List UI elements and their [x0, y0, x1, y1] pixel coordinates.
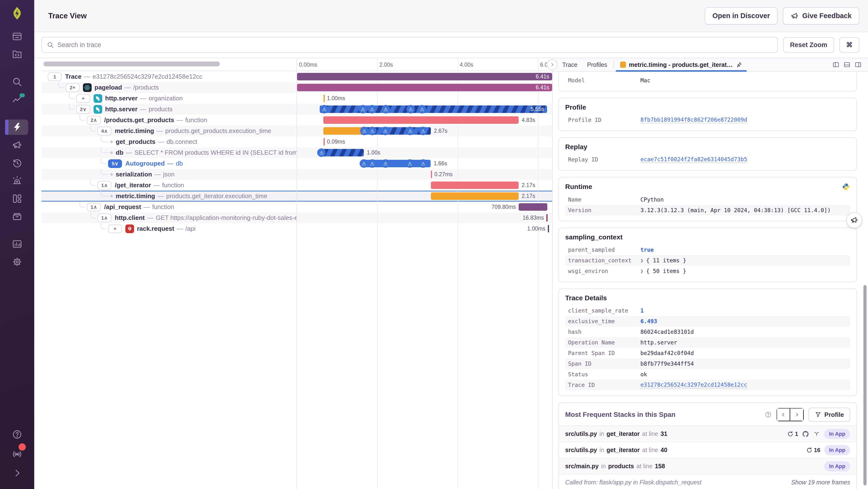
stack-frame-row[interactable]: src/main.pyinproductsat line158In App — [559, 458, 857, 474]
next-stack-button[interactable] — [790, 408, 804, 421]
sidebar-item-explore[interactable] — [6, 74, 28, 90]
span-bar[interactable]: ⚠⚠⚠⚠⚠ — [361, 160, 431, 167]
warning-icon[interactable]: ⚠ — [381, 105, 390, 113]
span-bar[interactable]: ⚠ — [320, 149, 364, 156]
sentry-logo[interactable] — [10, 6, 24, 20]
span-row[interactable]: 1Trace—e31278c256524c3297e2cd12458e12cc6… — [41, 71, 552, 82]
span-row-track[interactable]: 16.83ms — [297, 212, 552, 223]
span-bar[interactable]: ⚠⚠⚠⚠⚠ — [323, 127, 431, 135]
span-row-track[interactable]: 0.09ms — [297, 136, 552, 147]
panel-right-icon[interactable] — [855, 61, 862, 68]
span-row-track[interactable]: 2.17s — [297, 191, 552, 202]
span-instant-tick[interactable] — [548, 225, 549, 232]
span-bar[interactable] — [323, 116, 519, 124]
span-row-track[interactable]: 2.17s — [297, 180, 552, 191]
span-children-badge[interactable]: 1 — [48, 73, 62, 81]
warning-icon[interactable]: ⚠ — [406, 105, 415, 113]
github-icon[interactable] — [802, 430, 809, 438]
span-instant-tick[interactable] — [546, 214, 548, 222]
span-row-track[interactable]: ⚠1.00s — [297, 147, 552, 158]
span-instant-tick[interactable] — [323, 95, 325, 102]
sidebar-item-releases[interactable] — [6, 155, 28, 171]
span-row[interactable]: 1∧/get_iterator—function2.17s — [41, 180, 552, 191]
tab-span-details[interactable]: metric.timing - products.get_iterat… — [615, 58, 747, 71]
row-value[interactable]: 8fb7bb1891994f8c862f206e8722009d — [641, 117, 747, 123]
span-row[interactable]: db—SELECT * FROM products WHERE id IN (S… — [41, 147, 552, 158]
span-row[interactable]: 2∨http.server—products⚠⚠⚠⚠⚠⚠5.55s — [41, 104, 552, 115]
span-row[interactable]: 2∧/products.get_products—function4.83s — [41, 115, 552, 125]
panel-bottom-icon[interactable] — [843, 61, 850, 68]
sidebar-item-insights[interactable] — [6, 92, 28, 107]
pin-icon[interactable] — [736, 61, 742, 68]
stack-frame-row[interactable]: src/utils.pyinget_iteratorat line311In A… — [559, 426, 857, 442]
span-children-badge[interactable]: 2∧ — [87, 116, 101, 124]
collapse-panel-button[interactable] — [547, 59, 557, 70]
stack-frame-row[interactable]: Called from: flask/app.py in Flask.dispa… — [559, 474, 857, 489]
span-row-track[interactable]: 6.41s — [297, 82, 552, 93]
span-row-track[interactable]: 4.83s — [297, 115, 552, 125]
span-row-track[interactable]: 1.00ms — [297, 93, 552, 104]
previous-stack-button[interactable] — [777, 408, 790, 421]
vertical-scrollbar[interactable] — [863, 285, 867, 485]
stack-frame-row[interactable]: src/utils.pyinget_iteratorat line4016In … — [559, 442, 857, 458]
horizontal-scrollbar[interactable] — [43, 62, 220, 66]
warning-icon[interactable]: ⚠ — [418, 105, 426, 113]
sidebar-item-help[interactable] — [6, 426, 28, 443]
warning-icon[interactable]: ⚠ — [406, 159, 414, 168]
span-children-badge[interactable]: 4∧ — [97, 127, 112, 136]
span-bar[interactable] — [519, 203, 547, 211]
tab-trace[interactable]: Trace — [557, 58, 582, 71]
help-icon[interactable] — [765, 411, 772, 418]
span-children-badge[interactable]: 5∨ — [108, 159, 122, 168]
span-bar[interactable] — [297, 84, 552, 91]
warning-icon[interactable]: ⚠ — [406, 127, 414, 135]
sidebar-item-performance[interactable] — [6, 119, 28, 135]
span-row[interactable]: 5∨Autogrouped—db⚠⚠⚠⚠⚠1.66s — [41, 158, 552, 169]
span-row[interactable]: 1∧http.client—GET https://application-mo… — [41, 212, 552, 223]
span-children-badge[interactable]: 1∧ — [87, 203, 101, 211]
span-instant-tick[interactable] — [323, 138, 325, 146]
span-row-track[interactable]: ⚠⚠⚠⚠⚠⚠5.55s — [297, 104, 552, 115]
sidebar-item-boards[interactable] — [6, 191, 28, 206]
sidebar-item-issues[interactable] — [6, 29, 28, 44]
warning-icon[interactable]: ⚠ — [360, 127, 368, 135]
row-value[interactable]: e31278c256524c3297e2cd12458e12cc — [641, 382, 747, 389]
sidebar-item-archive[interactable] — [6, 209, 28, 224]
span-bar[interactable] — [431, 181, 519, 189]
profile-button[interactable]: Profile — [808, 408, 850, 422]
sidebar-item-feedback[interactable] — [6, 137, 28, 153]
warning-icon[interactable]: ⚠ — [368, 105, 376, 113]
give-feedback-button[interactable]: Give Feedback — [783, 7, 859, 25]
expand-chevron-icon[interactable]: ❯ — [641, 268, 643, 274]
span-row[interactable]: 2+pageload—/products6.41s — [41, 82, 552, 93]
sidebar-item-alerts[interactable] — [6, 173, 28, 189]
warning-icon[interactable]: ⚠ — [381, 159, 390, 168]
span-bar[interactable] — [431, 192, 519, 200]
seer-icon[interactable] — [813, 430, 820, 438]
span-row[interactable]: +rack.request—/api1.00ms — [41, 223, 552, 234]
span-bar[interactable]: ⚠⚠⚠⚠⚠⚠ — [320, 106, 547, 113]
span-row[interactable]: 4∧metric.timing—products.get_products.ex… — [41, 125, 552, 136]
span-row-track[interactable]: ⚠⚠⚠⚠⚠2.67s — [297, 125, 552, 136]
row-value[interactable]: ecae7c51f0024f2fa82e6314045d73b5 — [641, 156, 747, 163]
span-children-badge[interactable]: + — [108, 225, 122, 233]
warning-icon[interactable]: ⚠ — [419, 127, 428, 135]
span-row-track[interactable]: 6.41s — [297, 71, 552, 82]
sidebar-item-stats[interactable] — [6, 236, 28, 252]
reset-zoom-button[interactable]: Reset Zoom — [783, 37, 834, 53]
warning-icon[interactable]: ⚠ — [360, 159, 368, 168]
show-more-frames-link[interactable]: Show 19 more frames — [791, 479, 850, 486]
search-input[interactable] — [57, 41, 773, 49]
warning-icon[interactable]: ⚠ — [368, 159, 376, 168]
span-row-track[interactable]: ⚠⚠⚠⚠⚠1.66s — [297, 158, 552, 169]
span-row-track[interactable]: 0.27ms — [297, 169, 552, 180]
span-instant-tick[interactable] — [431, 171, 432, 178]
search-box[interactable] — [41, 37, 778, 53]
span-row[interactable]: metric.timing—products.get_iterator.exec… — [41, 191, 552, 202]
panel-left-icon[interactable] — [832, 61, 840, 68]
sidebar-item-broadcast[interactable] — [6, 445, 28, 462]
sidebar-item-expand[interactable] — [6, 465, 28, 482]
span-row-track[interactable]: 1.00ms — [297, 223, 552, 234]
span-children-badge[interactable]: + — [76, 94, 90, 103]
expand-chevron-icon[interactable]: ❯ — [641, 258, 643, 263]
